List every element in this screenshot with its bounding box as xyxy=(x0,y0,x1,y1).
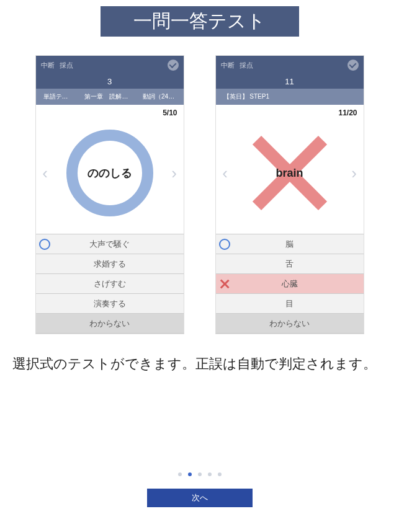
progress: 5/10 xyxy=(36,105,184,118)
pager-dot[interactable] xyxy=(188,472,192,476)
answer-label: 目 xyxy=(233,298,364,309)
pager-dot[interactable] xyxy=(178,472,182,476)
next-button[interactable]: 次へ xyxy=(147,489,253,507)
prev-arrow-icon[interactable]: ‹ xyxy=(40,164,51,182)
answer-option[interactable]: 演奏する xyxy=(36,294,184,314)
grade-button[interactable]: 採点 xyxy=(240,61,253,70)
crumb[interactable]: 動詞（24語） xyxy=(135,89,183,105)
answer-label: 舌 xyxy=(233,259,364,270)
suspend-button[interactable]: 中断 xyxy=(41,61,55,70)
answer-option[interactable]: 舌 xyxy=(216,254,364,274)
next-arrow-icon[interactable]: › xyxy=(169,164,180,182)
answer-label: 大声で騒ぐ xyxy=(53,239,184,250)
breadcrumb: 【英日】 STEP1 xyxy=(216,89,364,105)
pager-dot[interactable] xyxy=(208,472,212,476)
answer-option[interactable]: 心臓 xyxy=(216,274,364,294)
answer-option[interactable]: さげすむ xyxy=(36,274,184,294)
crumb[interactable]: 【英日】 STEP1 xyxy=(216,89,274,105)
answer-option[interactable]: 大声で騒ぐ xyxy=(36,234,184,254)
answer-label: わからない xyxy=(53,318,184,329)
question-number: 3 xyxy=(36,74,184,89)
result-card: brain xyxy=(240,123,339,223)
description-text: 選択式のテストができます。正誤は自動で判定されます。 xyxy=(12,353,387,375)
toolbar: 中断 採点 xyxy=(36,56,184,74)
answer-option[interactable]: 求婚する xyxy=(36,254,184,274)
next-arrow-icon[interactable]: › xyxy=(349,164,360,182)
answer-label: 演奏する xyxy=(53,298,184,309)
toolbar: 中断 採点 xyxy=(216,56,364,74)
breadcrumb: 単語テスト 第一章 読解基... 動詞（24語） xyxy=(36,89,184,105)
dont-know-option[interactable]: わからない xyxy=(216,314,364,334)
page-title: 一問一答テスト xyxy=(101,6,299,37)
check-icon[interactable] xyxy=(168,60,179,71)
grade-button[interactable]: 採点 xyxy=(60,61,73,70)
answer-label: さげすむ xyxy=(53,278,184,290)
question-number: 11 xyxy=(216,74,364,89)
pager-dot[interactable] xyxy=(218,472,222,476)
answer-list: 大声で騒ぐ 求婚する さげすむ 演奏する わからない xyxy=(36,234,184,334)
card-area: ‹ ののしる › xyxy=(36,118,184,234)
pager-dot[interactable] xyxy=(198,472,202,476)
check-icon[interactable] xyxy=(347,60,359,71)
question-word: brain xyxy=(276,167,303,180)
answer-option[interactable]: 脳 xyxy=(216,234,364,254)
crumb[interactable]: 第一章 読解基... xyxy=(77,89,135,105)
correct-mark-icon xyxy=(219,239,230,250)
progress: 11/20 xyxy=(216,105,364,118)
crumb[interactable]: 単語テスト xyxy=(36,89,78,105)
dont-know-option[interactable]: わからない xyxy=(36,314,184,334)
answer-label: 脳 xyxy=(233,239,364,250)
answer-label: 求婚する xyxy=(53,259,184,270)
answer-label: わからない xyxy=(233,318,364,329)
answer-option[interactable]: 目 xyxy=(216,294,364,314)
answer-label: 心臓 xyxy=(233,278,364,290)
page-indicator xyxy=(0,472,399,476)
answer-list: 脳 舌 心臓 目 わからない xyxy=(216,234,364,334)
card-area: ‹ brain › xyxy=(216,118,364,234)
suspend-button[interactable]: 中断 xyxy=(221,61,235,70)
prev-arrow-icon[interactable]: ‹ xyxy=(220,164,231,182)
question-word: ののしる xyxy=(87,166,132,180)
wrong-mark-icon xyxy=(219,278,230,290)
correct-mark-icon xyxy=(39,239,50,250)
result-card: ののしる xyxy=(60,123,159,223)
phone-row: 中断 採点 3 単語テスト 第一章 読解基... 動詞（24語） 5/10 ‹ … xyxy=(0,55,399,334)
phone-right: 中断 採点 11 【英日】 STEP1 11/20 ‹ brain › 脳 xyxy=(215,55,364,334)
phone-left: 中断 採点 3 単語テスト 第一章 読解基... 動詞（24語） 5/10 ‹ … xyxy=(35,55,184,334)
